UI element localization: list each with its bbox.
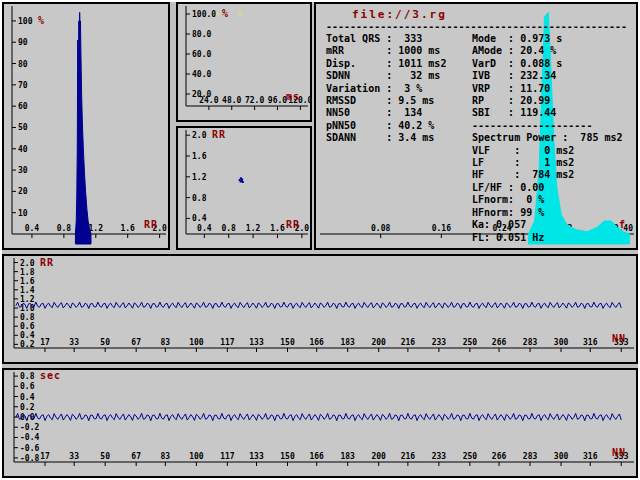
svg-text:24.0: 24.0	[199, 96, 218, 105]
svg-text:50: 50	[18, 123, 28, 132]
svg-text:216: 216	[401, 338, 416, 347]
svg-text:-0.4: -0.4	[20, 433, 39, 442]
svg-text:200: 200	[371, 452, 386, 461]
svg-text:0.8: 0.8	[20, 313, 35, 322]
svg-text:0.2: 0.2	[20, 403, 35, 412]
svg-text:183: 183	[340, 338, 355, 347]
svg-text:216: 216	[401, 452, 416, 461]
svg-text:sec: sec	[40, 370, 61, 381]
svg-text:200: 200	[371, 338, 386, 347]
stats-overlay: file://3.rg ----------------------------…	[316, 4, 636, 248]
svg-text:10: 10	[18, 209, 28, 218]
svg-text:40: 40	[18, 145, 28, 154]
svg-text:60: 60	[18, 102, 28, 111]
svg-text:1.6: 1.6	[192, 152, 207, 161]
svg-text:0.4: 0.4	[197, 224, 212, 233]
tachogram-chart: 2.01.81.61.41.21.00.80.60.40.21733506783…	[4, 256, 636, 362]
svg-text:250: 250	[463, 338, 478, 347]
svg-text:1.6: 1.6	[120, 224, 135, 233]
svg-text:17: 17	[40, 338, 50, 347]
svg-text:80: 80	[18, 60, 28, 69]
svg-text:20: 20	[18, 187, 28, 196]
svg-text:%: %	[38, 15, 45, 26]
svg-text:72.0: 72.0	[245, 96, 264, 105]
svg-text:300: 300	[554, 338, 569, 347]
svg-text:RR: RR	[40, 257, 54, 268]
svg-text:100: 100	[189, 338, 204, 347]
svg-text:1.2: 1.2	[192, 173, 207, 182]
svg-text:33: 33	[69, 338, 79, 347]
svg-text:316: 316	[583, 452, 598, 461]
svg-text:183: 183	[340, 452, 355, 461]
svg-text:-0.2: -0.2	[20, 423, 39, 432]
title-separator: ----------------------------------------…	[326, 21, 627, 32]
poincare-panel: 2.01.61.20.80.40.40.81.21.62.0RRRR	[176, 126, 312, 250]
svg-text:300: 300	[554, 452, 569, 461]
ms-histogram-chart: 100.080.060.040.020.024.048.072.096.0120…	[178, 4, 310, 120]
svg-text:117: 117	[220, 452, 235, 461]
svg-text:1.6: 1.6	[270, 224, 285, 233]
svg-text:0.4: 0.4	[25, 224, 40, 233]
svg-text:NN: NN	[612, 447, 626, 458]
stats-spectrum-panel: 0.080.160.240.320.40f file://3.rg ------…	[314, 2, 638, 250]
svg-text:0.6: 0.6	[20, 322, 35, 331]
svg-text:RR: RR	[286, 219, 300, 230]
svg-text:2.0: 2.0	[192, 131, 207, 140]
svg-text:83: 83	[161, 452, 171, 461]
svg-text:50: 50	[100, 338, 110, 347]
svg-text:233: 233	[432, 338, 447, 347]
poincare-chart: 2.01.61.20.80.40.40.81.21.62.0RRRR	[178, 128, 310, 248]
svg-text:1.4: 1.4	[20, 286, 35, 295]
svg-text:1.2: 1.2	[246, 224, 261, 233]
svg-text:ms: ms	[286, 91, 300, 102]
hrv-analysis-screen: 1009080706050403020100.40.81.21.62.0%RR …	[0, 0, 640, 480]
svg-text:0.8: 0.8	[221, 224, 236, 233]
svg-text:30: 30	[18, 166, 28, 175]
rr-histogram-panel: 1009080706050403020100.40.81.21.62.0%RR	[2, 2, 170, 250]
svg-text:1.6: 1.6	[20, 277, 35, 286]
svg-text:100.0: 100.0	[192, 10, 216, 19]
svg-text:NN: NN	[612, 333, 626, 344]
svg-text:50: 50	[100, 452, 110, 461]
detrended-tachogram-panel: 0.80.60.40.20.0-0.2-0.4-0.6-0.8173350678…	[2, 368, 638, 478]
svg-text:40.0: 40.0	[192, 70, 211, 79]
svg-text:90: 90	[18, 38, 28, 47]
svg-text:1.8: 1.8	[20, 268, 35, 277]
svg-text:316: 316	[583, 338, 598, 347]
svg-text:-0.6: -0.6	[20, 444, 39, 453]
svg-text:166: 166	[309, 338, 324, 347]
svg-text:0.8: 0.8	[192, 194, 207, 203]
svg-text:117: 117	[220, 338, 235, 347]
detrended-tachogram-chart: 0.80.60.40.20.0-0.2-0.4-0.6-0.8173350678…	[4, 370, 636, 476]
svg-text:166: 166	[309, 452, 324, 461]
svg-text:2.0: 2.0	[20, 259, 35, 268]
svg-text:1.2: 1.2	[20, 295, 35, 304]
svg-text:100: 100	[189, 452, 204, 461]
rr-histogram-chart: 1009080706050403020100.40.81.21.62.0%RR	[4, 4, 168, 248]
svg-text:96.0: 96.0	[268, 96, 287, 105]
stats-left-column: Total QRS : 333mRR : 1000 msDisp. : 1011…	[326, 33, 446, 145]
svg-text:RR: RR	[212, 129, 226, 140]
file-title: file://3.rg	[352, 8, 447, 21]
svg-text:83: 83	[161, 338, 171, 347]
svg-text:80.0: 80.0	[192, 30, 211, 39]
svg-text:RR: RR	[144, 219, 158, 230]
svg-text:67: 67	[131, 452, 141, 461]
svg-text:0.8: 0.8	[20, 372, 35, 381]
svg-text:0.8: 0.8	[57, 224, 72, 233]
stats-right-column: Mode : 0.973 sAMode : 20.4 %VarD : 0.088…	[472, 33, 623, 244]
ms-histogram-panel: 100.080.060.040.020.024.048.072.096.0120…	[176, 2, 312, 122]
svg-text:48.0: 48.0	[222, 96, 241, 105]
svg-text:70: 70	[18, 81, 28, 90]
svg-text:%: %	[222, 8, 229, 19]
svg-text:283: 283	[523, 338, 538, 347]
svg-text:233: 233	[432, 452, 447, 461]
svg-text:266: 266	[492, 338, 507, 347]
svg-text:133: 133	[249, 338, 264, 347]
svg-text:150: 150	[280, 338, 295, 347]
svg-text:60.0: 60.0	[192, 50, 211, 59]
svg-text:283: 283	[523, 452, 538, 461]
svg-text:33: 33	[69, 452, 79, 461]
svg-text:266: 266	[492, 452, 507, 461]
svg-text:250: 250	[463, 452, 478, 461]
